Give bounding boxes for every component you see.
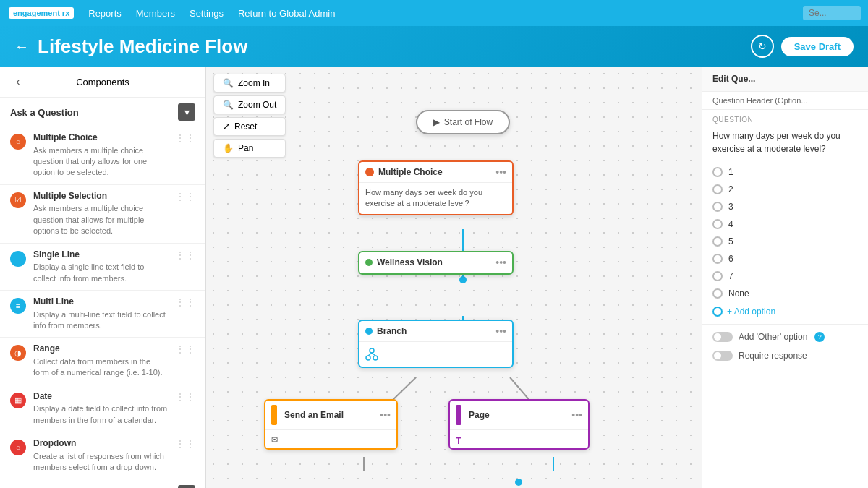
list-item[interactable]: 1: [702, 163, 868, 181]
radio-button-2[interactable]: [712, 184, 723, 194]
list-item[interactable]: 3: [702, 198, 868, 215]
reset-icon: ⤢: [223, 121, 230, 132]
branch-node[interactable]: Branch •••: [358, 320, 514, 368]
node-title-row: Wellness Vision: [365, 257, 443, 267]
node-body: [359, 342, 512, 367]
node-body: ✉: [265, 430, 396, 450]
save-draft-button[interactable]: Save Draft: [781, 37, 854, 56]
node-title: Page: [469, 410, 490, 420]
node-menu-button[interactable]: •••: [495, 257, 506, 268]
list-item[interactable]: ○ Multiple Choice Ask members a multiple…: [0, 127, 205, 185]
list-item[interactable]: 7: [702, 267, 868, 285]
question-section-label: Question: [702, 110, 868, 127]
multiple-choice-node[interactable]: Multiple Choice ••• How many days per we…: [358, 160, 514, 215]
node-menu-button[interactable]: •••: [571, 409, 582, 421]
node-header: Multiple Choice •••: [359, 162, 512, 183]
list-item[interactable]: 4: [702, 215, 868, 233]
radio-button-5[interactable]: [712, 236, 723, 247]
nav-members[interactable]: Members: [136, 8, 175, 19]
svg-line-11: [372, 353, 375, 356]
radio-button-none[interactable]: [712, 288, 723, 299]
ask-question-section-header: Ask a Question ▾: [0, 98, 205, 127]
zoom-out-button[interactable]: 🔍 Zoom Out: [213, 95, 286, 114]
zoom-in-button[interactable]: 🔍 Zoom In: [213, 74, 286, 93]
node-title-row: Multiple Choice: [365, 167, 443, 177]
drag-handle: ⋮⋮: [175, 343, 195, 355]
logo: engagement rx: [9, 7, 74, 19]
radio-button-1[interactable]: [712, 167, 723, 177]
help-icon[interactable]: ?: [814, 332, 825, 342]
node-header: Wellness Vision •••: [359, 252, 512, 273]
node-menu-button[interactable]: •••: [495, 166, 506, 178]
range-icon: ◑: [10, 345, 26, 361]
ask-question-title: Ask a Question: [10, 107, 79, 118]
list-item[interactable]: ◑ Range Collect data from members in the…: [0, 338, 205, 385]
nav-settings[interactable]: Settings: [190, 8, 224, 19]
ask-question-toggle[interactable]: ▾: [178, 103, 195, 121]
panel-title: Components: [76, 77, 129, 87]
multiple-selection-icon: ☑: [10, 192, 26, 208]
connector-dot: [515, 479, 522, 486]
wellness-node[interactable]: Wellness Vision •••: [358, 251, 514, 275]
radio-button-3[interactable]: [712, 202, 723, 212]
start-play-icon: ▶: [433, 117, 440, 127]
svg-line-10: [368, 353, 372, 356]
list-item[interactable]: — Single Line Display a single line text…: [0, 244, 205, 291]
list-item[interactable]: ≡ Multi Line Display a multi-line text f…: [0, 291, 205, 338]
nav-reports[interactable]: Reports: [88, 8, 122, 19]
require-response-row[interactable]: Require response: [702, 346, 868, 365]
list-item[interactable]: None: [702, 285, 868, 302]
nav-global-admin[interactable]: Return to Global Admin: [238, 8, 335, 19]
canvas-area[interactable]: 🔍 Zoom In 🔍 Zoom Out ⤢ Reset ✋ Pan: [206, 67, 702, 488]
page-node[interactable]: Page ••• T: [448, 399, 590, 450]
list-item[interactable]: 5: [702, 233, 868, 250]
zoom-out-icon: 🔍: [223, 100, 234, 110]
list-item[interactable]: ▦ Date Display a date field to collect i…: [0, 385, 205, 432]
node-status-dot: [365, 259, 373, 266]
refresh-button[interactable]: ↻: [751, 35, 774, 58]
node-title: Wellness Vision: [377, 257, 443, 267]
svg-point-7: [370, 348, 374, 353]
node-title: Multiple Choice: [378, 167, 443, 177]
start-node[interactable]: ▶ Start of Flow: [416, 110, 510, 134]
node-title: Send an Email: [284, 410, 344, 420]
list-item[interactable]: 2: [702, 181, 868, 198]
search-input[interactable]: [803, 6, 861, 20]
left-panel: ‹ Components Ask a Question ▾ ○ Multiple…: [0, 67, 206, 488]
component-text: Multiple Choice Ask members a multiple c…: [33, 132, 168, 179]
list-item[interactable]: ☑ Multiple Selection Ask members a multi…: [0, 185, 205, 244]
component-text: Range Collect data from members in the f…: [33, 343, 168, 378]
list-item[interactable]: ○ Dropdown Create a list of responses fr…: [0, 432, 205, 479]
component-text: Multiple Selection Ask members a multipl…: [33, 191, 168, 237]
email-icon: ✉: [271, 435, 278, 444]
panel-header: ‹ Components: [0, 67, 205, 98]
node-status-dot: [365, 168, 374, 176]
email-node[interactable]: Send an Email ••• ✉: [264, 399, 398, 450]
back-title: ← Lifestyle Medicine Flow: [14, 35, 247, 58]
header-bar: ← Lifestyle Medicine Flow ↻ Save Draft: [0, 26, 868, 67]
add-option-button[interactable]: + Add option: [702, 302, 868, 321]
list-item[interactable]: 6: [702, 250, 868, 267]
drag-handle: ⋮⋮: [175, 391, 195, 403]
component-text: Single Line Display a single line text f…: [33, 249, 168, 284]
collect-member-toggle[interactable]: ▾: [178, 485, 195, 488]
radio-button-6[interactable]: [712, 254, 723, 264]
reset-button[interactable]: ⤢ Reset: [213, 117, 286, 136]
back-button[interactable]: ←: [14, 38, 29, 55]
add-other-option-row[interactable]: Add 'Other' option ?: [702, 328, 868, 346]
node-header: Page •••: [450, 401, 588, 430]
node-body: How many days per week do you exercise a…: [359, 183, 512, 214]
node-menu-button[interactable]: •••: [380, 409, 391, 421]
require-response-toggle[interactable]: [712, 351, 733, 361]
drag-handle: ⋮⋮: [175, 438, 195, 450]
component-text: Date Display a date field to collect inf…: [33, 391, 168, 426]
add-other-toggle[interactable]: [712, 332, 733, 342]
right-panel: Edit Que... Question Header (Option... Q…: [702, 67, 868, 488]
pan-button[interactable]: ✋ Pan: [213, 139, 286, 158]
node-menu-button[interactable]: •••: [495, 325, 506, 337]
dropdown-icon: ○: [10, 440, 26, 455]
radio-button-7[interactable]: [712, 271, 723, 281]
collapse-panel-button[interactable]: ‹: [10, 74, 26, 90]
radio-button-4[interactable]: [712, 219, 723, 229]
node-header: Send an Email •••: [265, 401, 396, 430]
